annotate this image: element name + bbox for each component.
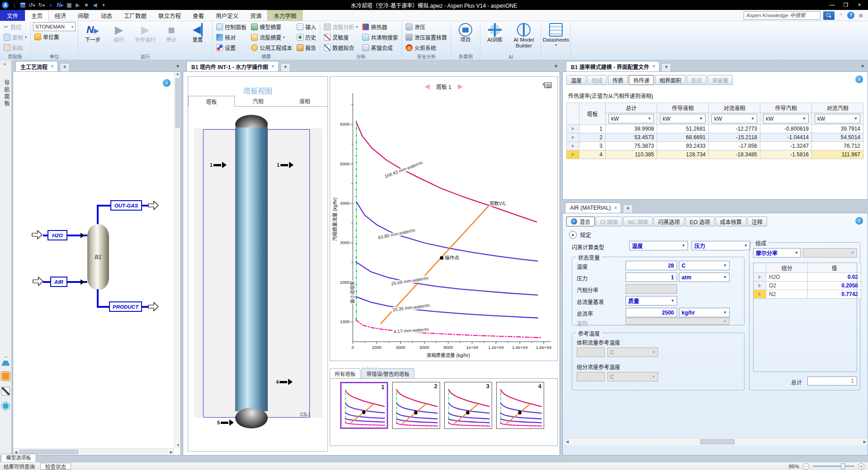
zoom-out-icon[interactable]: − [803, 463, 809, 470]
new-tab-button[interactable]: + [661, 63, 671, 71]
tab-传质[interactable]: 传质 [608, 75, 628, 85]
snapshot-camera-icon[interactable] [544, 82, 552, 88]
stream-label-h2o[interactable]: H2O [47, 230, 67, 240]
tray-thumbnail-3[interactable]: 3 [444, 382, 492, 429]
ribbon-button-剪切[interactable]: ✂剪切 [2, 22, 28, 32]
ribbon-button-AI Model Builder[interactable]: AI Model Builder [509, 22, 539, 49]
ribbon-button-单位集[interactable]: 单位集 [33, 32, 76, 42]
temperature-unit-select[interactable]: C▼ [679, 261, 730, 270]
tab-hydraulic-plot[interactable]: B1 塔内件 INT-1 - 水力学操作图× [186, 61, 279, 71]
tab-成本核算[interactable]: 成本核算 [716, 216, 746, 226]
horizontal-scrollbar[interactable]: ◀▶ [13, 448, 174, 455]
tab-工厂数据[interactable]: 工厂数据 [118, 10, 152, 21]
unit-select[interactable]: kW▼ [763, 114, 809, 123]
new-tab-button[interactable]: + [60, 63, 70, 71]
tab-file[interactable]: 文件 [0, 10, 25, 21]
expand-pane-icon[interactable]: » [3, 61, 6, 66]
simulation-flask-icon[interactable] [1, 357, 10, 366]
ribbon-button-灵敏度[interactable]: 灵敏度 [323, 33, 359, 42]
unit-select[interactable]: kW▼ [711, 114, 757, 123]
reset-icon[interactable]: ◀ [92, 0, 98, 9]
product-arrow-icon[interactable] [148, 201, 159, 210]
tab-用户定义[interactable]: 用户定义 [210, 10, 244, 21]
tab-注释[interactable]: 注释 [747, 216, 767, 226]
tab-相界面积[interactable]: 相界面积 [655, 75, 686, 85]
horizontal-scrollbar[interactable]: ◀▶ [564, 438, 868, 445]
ribbon-button-泄压装置核算[interactable]: 泄压装置核算 [404, 33, 448, 42]
stop-icon[interactable]: ■ [84, 0, 89, 9]
ribbon-button-设置[interactable]: 设置 [215, 43, 248, 52]
tab-error-trays[interactable]: 带错误/警告的塔板 [361, 368, 414, 378]
ribbon-button-粘贴[interactable]: 粘贴 [2, 43, 28, 52]
stream-label-air[interactable]: AIR [50, 277, 67, 287]
table-row-stage-1[interactable]: 138.990851.2681-12.2773-0.80061939.7914 [567, 125, 863, 133]
total-flow-input[interactable]: 2500 [626, 308, 677, 317]
tab-EO 选项[interactable]: EO 选项 [685, 216, 715, 226]
tab-vapor[interactable]: 汽相 [235, 96, 281, 107]
stream-line-outgas-h2[interactable] [142, 205, 148, 207]
close-icon[interactable]: × [652, 63, 655, 70]
draw-icon[interactable] [1, 387, 10, 395]
tray-thumbnail-2[interactable]: 2 [392, 382, 440, 429]
ribbon-button-换热器[interactable]: 换热器 [361, 22, 399, 32]
save-icon[interactable] [20, 3, 25, 8]
tray-thumbnail-4[interactable]: 4 [496, 382, 544, 429]
unit-select[interactable]: kW▼ [608, 114, 654, 123]
ribbon-button-分步运行[interactable]: ▶分步运行 [133, 22, 157, 43]
tab-混合[interactable]: ✓混合 [566, 216, 595, 226]
tab-经济[interactable]: 经济 [49, 10, 72, 21]
stream-line-product-h[interactable] [97, 306, 109, 308]
ribbon-button-项目[interactable]: 项目 [453, 22, 478, 43]
zoom-slider[interactable] [813, 465, 854, 467]
pressure-unit-select[interactable]: atm▼ [679, 273, 730, 282]
restore-button[interactable]: ❒ [839, 0, 853, 9]
ribbon-button-历史[interactable]: 历史 [295, 33, 318, 42]
ribbon-button-流股摘要[interactable]: 流股摘要▾ [250, 33, 294, 42]
stream-line-product-v[interactable] [97, 289, 99, 308]
pressure-input[interactable]: 1 [626, 273, 677, 282]
stream-line-outgas-h[interactable] [97, 205, 110, 207]
composition-basis-select[interactable]: 摩尔分率▼ [753, 248, 801, 258]
tab-滞留量[interactable]: 滞留量 [707, 75, 733, 85]
ribbon-button-公用工程成本[interactable]: 公用工程成本 [250, 43, 294, 52]
tab-联立方程[interactable]: 联立方程 [152, 10, 187, 21]
new-tab-button[interactable]: + [280, 63, 290, 71]
close-icon[interactable]: × [271, 63, 275, 70]
close-icon[interactable]: × [51, 63, 54, 70]
flash-type-2-select[interactable]: 压力▼ [692, 241, 750, 250]
tab-查看[interactable]: 查看 [187, 10, 210, 21]
flash-type-1-select[interactable]: 温度▼ [629, 241, 688, 250]
component-row-O2[interactable]: O20.2058 [754, 282, 861, 290]
search-icon[interactable] [823, 11, 835, 20]
zoom-in-icon[interactable]: + [858, 463, 864, 470]
unit-select[interactable]: kW▼ [660, 114, 706, 123]
tab-liquid[interactable]: 液相 [281, 96, 328, 107]
feed-arrow-icon[interactable] [32, 230, 43, 240]
ribbon-button-共沸物搜索[interactable]: 共沸物搜索 [361, 33, 399, 42]
knowledge-search-input[interactable] [744, 11, 821, 20]
data-browser-icon[interactable]: ⌕ [48, 0, 53, 9]
chevron-down-icon[interactable]: ▼ [860, 64, 865, 69]
ribbon-button-Datasheets[interactable]: Datasheets▾ [544, 22, 568, 47]
stream-line-outgas-v[interactable] [97, 206, 99, 226]
close-icon[interactable]: × [614, 205, 617, 211]
hydraulic-operation-chart[interactable]: 020004000600080001e+041.2e+041.4e+041.6e… [331, 90, 557, 362]
next-tray-icon[interactable]: ▶ [458, 82, 463, 90]
close-button[interactable]: × [853, 0, 866, 9]
flow-basis-select[interactable]: 质量▼ [626, 296, 677, 306]
tab-air-material[interactable]: AIR (MATERIAL)× [565, 202, 621, 213]
temperature-input[interactable]: 28 [626, 261, 677, 270]
ribbon-button-蒸馏合成[interactable]: 蒸馏合成 [361, 43, 399, 52]
tab-动态[interactable]: 动态 [95, 10, 118, 21]
ribbon-button-流股分析[interactable]: 流股分析▾ [323, 22, 359, 32]
tab-资源[interactable]: 资源 [244, 10, 267, 21]
ribbon-button-复制[interactable]: 复制▾ [2, 33, 28, 42]
stream-line-product-h2[interactable] [142, 306, 148, 308]
tab-热传递[interactable]: 热传递 [629, 75, 654, 85]
feed-arrow-icon[interactable] [33, 277, 44, 286]
info-icon[interactable]: i [855, 75, 863, 83]
exchange-icon[interactable]: ⊠ [857, 13, 864, 18]
tab-trays[interactable]: 塔板 [188, 96, 235, 107]
run-icon[interactable]: ▶ [75, 0, 81, 9]
stream-label-outgas[interactable]: OUT-GAS [110, 200, 142, 211]
